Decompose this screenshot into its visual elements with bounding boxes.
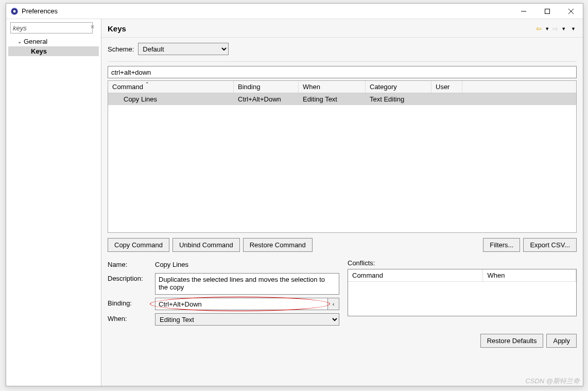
- scheme-select[interactable]: Default: [138, 43, 229, 55]
- description-label: Description:: [108, 273, 155, 282]
- back-menu-icon[interactable]: ▼: [544, 26, 550, 31]
- col-when[interactable]: When: [299, 81, 366, 93]
- forward-icon[interactable]: ⇨: [551, 25, 559, 32]
- details-right: Conflicts: Command When: [348, 259, 577, 329]
- search-row: [101, 63, 583, 80]
- name-label: Name:: [108, 259, 155, 268]
- tree-item-general[interactable]: ⌄ General: [8, 37, 99, 46]
- svg-rect-3: [545, 9, 550, 13]
- when-select[interactable]: Editing Text: [155, 313, 339, 326]
- col-category[interactable]: Category: [366, 81, 431, 93]
- maximize-button[interactable]: [535, 4, 559, 19]
- tree-item-label: Keys: [31, 47, 47, 55]
- minimize-button[interactable]: [512, 4, 535, 19]
- footer-buttons: Restore Defaults Apply: [101, 329, 583, 351]
- chevron-down-icon: ⌄: [18, 39, 22, 44]
- conflicts-table: Command When: [348, 269, 577, 316]
- chevron-left-icon: ‹: [333, 301, 335, 307]
- filter-input[interactable]: [10, 22, 93, 33]
- scheme-label: Scheme:: [108, 45, 134, 53]
- page-header: Keys ⇦ ▼ ⇨ ▼ ▼: [101, 19, 583, 38]
- cell-user: [431, 94, 462, 104]
- copy-command-button[interactable]: Copy Command: [108, 238, 169, 252]
- cell-binding: Ctrl+Alt+Down: [234, 94, 299, 104]
- titlebar[interactable]: Preferences: [6, 4, 583, 19]
- main-panel: Keys ⇦ ▼ ⇨ ▼ ▼ Scheme: Default: [101, 19, 583, 386]
- conflict-col-when[interactable]: When: [483, 269, 576, 281]
- content-area: ✕ ⌄ General Keys Keys ⇦ ▼ ⇨ ▼ ▼: [6, 19, 583, 386]
- preferences-window: Preferences ✕ ⌄ General Keys: [6, 3, 583, 386]
- restore-defaults-button[interactable]: Restore Defaults: [480, 334, 544, 348]
- clear-filter-icon[interactable]: ✕: [90, 24, 97, 31]
- table-header: Command ⌃ Binding When Category User: [108, 81, 576, 93]
- description-value: Duplicates the selected lines and moves …: [155, 273, 339, 295]
- close-button[interactable]: [559, 4, 583, 19]
- binding-clear-button[interactable]: ‹: [328, 298, 339, 310]
- col-command[interactable]: Command ⌃: [108, 81, 234, 93]
- cell-category: Text Editing: [366, 94, 431, 104]
- app-icon: [10, 7, 19, 15]
- binding-label: Binding:: [108, 298, 155, 307]
- command-buttons: Copy Command Unbind Command Restore Comm…: [101, 233, 583, 257]
- table-body[interactable]: Copy Lines Ctrl+Alt+Down Editing Text Te…: [108, 93, 576, 232]
- when-label: When:: [108, 313, 155, 322]
- window-title: Preferences: [22, 7, 58, 15]
- forward-menu-icon[interactable]: ▼: [560, 26, 567, 31]
- export-csv-button[interactable]: Export CSV...: [523, 238, 577, 252]
- col-binding[interactable]: Binding: [234, 81, 299, 93]
- tree-item-label: General: [24, 38, 47, 45]
- apply-button[interactable]: Apply: [546, 334, 577, 348]
- filters-button[interactable]: Filters...: [483, 238, 520, 252]
- svg-point-1: [13, 10, 16, 12]
- bindings-table: Command ⌃ Binding When Category User Cop…: [108, 80, 577, 233]
- cell-command: Copy Lines: [108, 94, 234, 104]
- conflict-col-command[interactable]: Command: [348, 269, 483, 281]
- conflicts-label: Conflicts:: [348, 259, 577, 267]
- restore-command-button[interactable]: Restore Command: [243, 238, 313, 252]
- separator: [108, 61, 577, 62]
- col-user[interactable]: User: [431, 81, 462, 93]
- scheme-row: Scheme: Default: [101, 38, 583, 60]
- binding-input[interactable]: [155, 298, 328, 310]
- tree-item-keys[interactable]: Keys: [8, 46, 99, 56]
- unbind-command-button[interactable]: Unbind Command: [172, 238, 240, 252]
- table-row[interactable]: Copy Lines Ctrl+Alt+Down Editing Text Te…: [108, 93, 576, 105]
- sidebar: ✕ ⌄ General Keys: [6, 19, 101, 386]
- details-left: Name: Copy Lines Description: Duplicates…: [108, 259, 339, 329]
- search-input[interactable]: [108, 66, 577, 78]
- page-title: Keys: [108, 24, 126, 33]
- menu-icon[interactable]: ▼: [570, 26, 577, 31]
- name-value: Copy Lines: [155, 259, 339, 270]
- cell-when: Editing Text: [299, 94, 366, 104]
- back-icon[interactable]: ⇦: [535, 25, 543, 32]
- details-area: Name: Copy Lines Description: Duplicates…: [101, 257, 583, 329]
- sort-asc-icon: ⌃: [145, 81, 149, 87]
- nav-arrows: ⇦ ▼ ⇨ ▼ ▼: [535, 25, 577, 32]
